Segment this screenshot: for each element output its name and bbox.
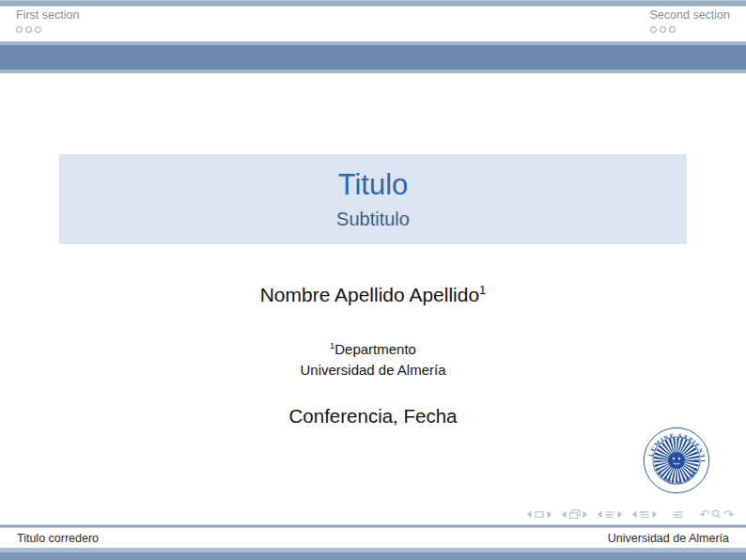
- institute-department-line: 1Departmento: [0, 339, 746, 360]
- bar-light-bottom: [0, 70, 746, 73]
- footer-institution: Universidad de Almería: [608, 532, 729, 545]
- universidad-de-almeria-seal-icon: IN LUMINE SAPIENTIA VNIVERSITAS ALMERIEN…: [641, 424, 712, 497]
- title-block: Titulo Subtitulo: [59, 154, 687, 244]
- prev-frame-icon[interactable]: [561, 510, 567, 519]
- footer-bottom-bar: [0, 552, 746, 560]
- next-subsection-icon[interactable]: [617, 510, 623, 519]
- author-footnote-mark: 1: [479, 283, 486, 297]
- seal-sun-face: [668, 452, 685, 469]
- header-separator-bar: [0, 41, 746, 73]
- institute-block: 1Departmento Universidad de Almería: [0, 339, 746, 381]
- next-slide-icon[interactable]: [547, 510, 552, 519]
- forward-icon[interactable]: ↷: [723, 510, 734, 520]
- prev-slide-icon[interactable]: [526, 510, 532, 519]
- mini-frame-dot[interactable]: [16, 26, 23, 33]
- author-name: Nombre Apellido Apellido: [260, 284, 479, 305]
- beamer-title-slide: First section Second section Titulo Subt…: [0, 0, 746, 560]
- top-decorative-strip: [0, 0, 746, 7]
- frame-overlay-icon[interactable]: [568, 509, 581, 520]
- next-section-icon[interactable]: [652, 510, 658, 519]
- section-link-second[interactable]: Second section: [650, 9, 730, 23]
- navigation-symbols: ↶ ↷: [518, 509, 734, 520]
- outline-nav-group: [673, 510, 684, 520]
- footer: Titulo corredero Universidad de Almería: [0, 528, 746, 548]
- mini-frame-dot[interactable]: [650, 26, 657, 33]
- frame-nav-group: [561, 509, 588, 520]
- slide-subtitle: Subtitulo: [336, 209, 410, 229]
- history-nav-group: ↶ ↷: [699, 509, 734, 520]
- section-nav-second: Second section: [650, 9, 730, 33]
- section-nav-group: [631, 510, 658, 520]
- section-link-first[interactable]: First section: [16, 9, 79, 23]
- institute-university: Universidad de Almería: [0, 360, 746, 381]
- bar-main: [0, 45, 746, 70]
- mini-frame-dots-first: [16, 26, 79, 33]
- back-icon[interactable]: ↶: [699, 510, 709, 520]
- slide-title: Titulo: [338, 169, 409, 201]
- search-icon[interactable]: [711, 509, 722, 520]
- section-nav-first: First section: [16, 9, 79, 33]
- section-list-icon[interactable]: [639, 510, 650, 520]
- slide-frame-icon[interactable]: [534, 510, 545, 519]
- footer-short-title: Titulo corredero: [17, 532, 99, 545]
- conference-date-line: Conferencia, Fecha: [0, 405, 746, 428]
- institute-department: Departmento: [334, 341, 416, 357]
- mini-frame-dot[interactable]: [669, 26, 676, 33]
- author-line: Nombre Apellido Apellido1: [0, 283, 746, 306]
- presentation-outline-icon[interactable]: [673, 510, 684, 520]
- mini-frame-dot[interactable]: [25, 26, 32, 33]
- mini-frame-dot[interactable]: [35, 26, 41, 33]
- mini-frame-dots-second: [650, 26, 730, 33]
- next-frame-icon[interactable]: [583, 510, 588, 519]
- university-seal-logo: IN LUMINE SAPIENTIA VNIVERSITAS ALMERIEN…: [641, 424, 712, 497]
- prev-subsection-icon[interactable]: [597, 510, 602, 519]
- subsection-list-icon[interactable]: [604, 510, 615, 520]
- subsection-nav-group: [597, 510, 623, 520]
- section-navigation-header: First section Second section: [0, 9, 746, 41]
- slide-nav-group: [526, 510, 552, 519]
- prev-section-icon[interactable]: [631, 510, 637, 519]
- mini-frame-dot[interactable]: [660, 26, 666, 33]
